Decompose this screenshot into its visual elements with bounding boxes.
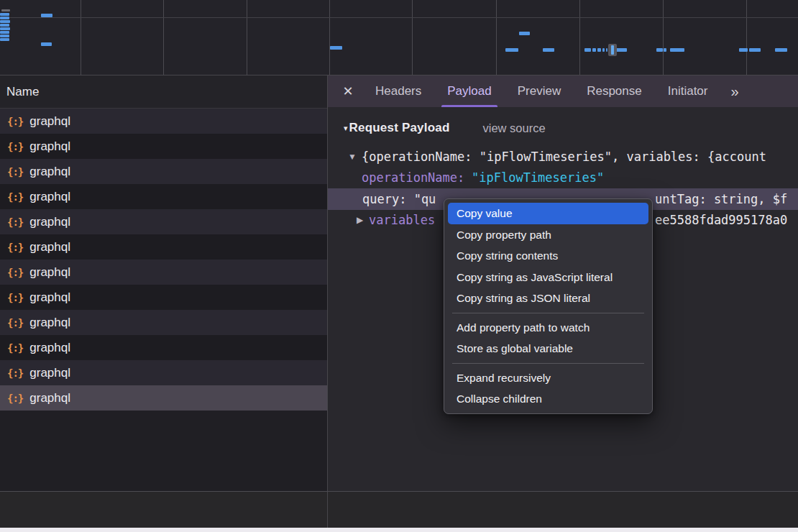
timeline-gridline [496,0,497,75]
request-name-label: graphql [29,290,70,305]
network-request-row[interactable]: {:}graphql [0,234,327,260]
network-request-row[interactable]: {:}graphql [0,209,327,234]
json-request-icon: {:} [7,191,23,203]
request-timeline-bar [0,31,9,34]
request-timeline-bar [41,14,52,17]
request-timeline-bar [670,48,684,52]
request-timeline-bar [592,48,596,52]
tree-text-key: operationName: [362,170,464,185]
request-timeline-bar [584,48,591,52]
json-request-icon: {:} [7,267,23,278]
context-menu-item-copy-property-path[interactable]: Copy property path [448,224,648,246]
view-source-link[interactable]: view source [483,121,546,135]
request-name-label: graphql [29,114,70,129]
request-timeline-bar [41,42,52,46]
menu-separator [452,313,644,313]
request-timeline-bar [606,48,607,52]
context-menu: Copy valueCopy property pathCopy string … [444,198,653,414]
context-menu-item-add-property-path-to-watch[interactable]: Add property path to watch [448,317,648,339]
request-timeline-bar [519,32,530,35]
network-request-row[interactable]: {:}graphql [0,260,327,285]
network-request-row[interactable]: {:}graphql [0,360,327,385]
request-timeline-bar [775,48,787,52]
request-name-label: graphql [29,341,70,355]
timeline-gridline [663,0,664,75]
json-request-icon: {:} [7,393,23,404]
tree-text-plain: {operationName: "ipFlowTimeseries", vari… [362,150,766,164]
network-request-row[interactable]: {:}graphql [0,310,327,335]
timeline-gridline [746,0,747,75]
tab-payload[interactable]: Payload [436,75,503,107]
network-request-row[interactable]: {:}graphql [0,184,327,209]
network-request-row[interactable]: {:}graphql [0,285,327,310]
request-name-label: graphql [29,265,70,280]
request-name-label: graphql [29,190,70,204]
request-timeline-bar [0,35,9,37]
tree-text-plain: untTag: string, $f [655,192,787,206]
context-menu-item-copy-string-contents[interactable]: Copy string contents [448,245,648,267]
menu-separator [452,363,644,364]
json-request-icon: {:} [7,116,23,127]
json-request-icon: {:} [7,342,23,354]
section-title: Request Payload [349,121,450,135]
disclosure-triangle-icon: ▾ [344,124,348,133]
request-name-label: graphql [29,366,70,380]
request-name-label: graphql [29,215,70,229]
request-list: {:}graphql{:}graphql{:}graphql{:}graphql… [0,109,327,411]
details-tab-bar: ✕ HeadersPayloadPreviewResponseInitiator… [328,75,798,107]
request-timeline-bar [656,48,663,52]
expander-triangle-icon[interactable]: ▼ [348,152,357,162]
timeline-gridline [412,0,413,75]
context-menu-item-copy-string-as-javascript-literal[interactable]: Copy string as JavaScript literal [448,267,648,288]
context-menu-item-copy-string-as-json-literal[interactable]: Copy string as JSON literal [448,288,648,309]
timeline-gridline [0,17,798,18]
request-timeline-bar [602,48,605,52]
tab-response[interactable]: Response [575,75,653,107]
tree-text-key: variables [369,213,435,227]
request-payload-section-header[interactable]: ▾ Request Payload view source [344,117,546,139]
json-request-icon: {:} [7,317,23,329]
request-list-panel: Name {:}graphql{:}graphql{:}graphql{:}gr… [0,75,327,532]
expander-triangle-icon[interactable]: ▶ [357,215,363,225]
timeline-gridline [81,0,81,75]
tab-preview[interactable]: Preview [506,75,572,107]
tab-headers[interactable]: Headers [364,75,433,107]
more-tabs-icon[interactable]: » [722,83,747,100]
request-timeline-bar [0,17,9,19]
tree-text-plain: query: "qu [362,192,436,206]
network-request-row[interactable]: {:}graphql [0,385,327,411]
context-menu-item-collapse-children[interactable]: Collapse children [448,388,648,410]
request-timeline-bar [330,46,342,50]
request-timeline-bar [664,48,666,52]
column-header-name[interactable]: Name [0,75,327,109]
json-request-icon: {:} [7,166,23,178]
network-request-row[interactable]: {:}graphql [0,159,327,184]
json-request-icon: {:} [7,216,23,228]
json-request-icon: {:} [7,141,23,152]
context-menu-item-copy-value[interactable]: Copy value [448,203,648,224]
request-timeline-bar [616,48,627,52]
selected-request-tick [611,45,614,55]
network-request-row[interactable]: {:}graphql [0,109,327,134]
request-timeline-bar [597,48,601,52]
request-timeline-bar [749,48,761,52]
tree-text-string: "ipFlowTimeseries" [472,170,604,185]
request-timeline-bar [0,13,9,16]
context-menu-item-store-as-global-variable[interactable]: Store as global variable [448,338,648,359]
tab-initiator[interactable]: Initiator [656,75,720,107]
request-timeline-bar [0,24,9,27]
network-overview-timeline[interactable] [0,0,798,75]
tree-row[interactable]: ▼{operationName: "ipFlowTimeseries", var… [328,146,798,168]
request-name-label: graphql [29,165,70,179]
close-icon[interactable]: ✕ [335,83,361,99]
json-request-icon: {:} [7,367,23,379]
devtools-network-panel: Name {:}graphql{:}graphql{:}graphql{:}gr… [0,0,798,532]
selected-request-marker [608,44,617,56]
network-request-row[interactable]: {:}graphql [0,134,327,159]
tree-row[interactable]: operationName:"ipFlowTimeseries" [328,168,798,189]
context-menu-item-expand-recursively[interactable]: Expand recursively [448,367,648,389]
json-request-icon: {:} [7,242,23,253]
request-timeline-bar [0,27,10,30]
summary-bar [0,492,798,528]
network-request-row[interactable]: {:}graphql [0,335,327,360]
